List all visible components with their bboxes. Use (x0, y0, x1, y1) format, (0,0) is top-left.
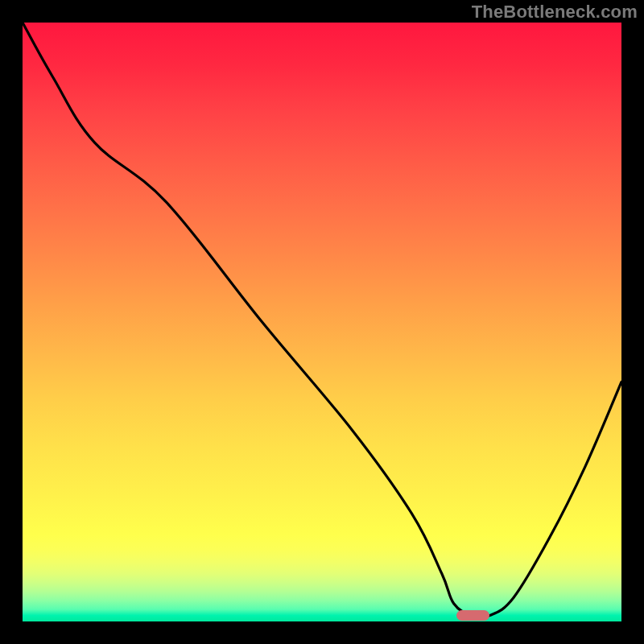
optimal-marker (456, 610, 489, 621)
bottleneck-curve (23, 23, 621, 621)
watermark-text: TheBottleneck.com (472, 2, 638, 23)
chart-frame: TheBottleneck.com (0, 0, 644, 644)
plot-area (23, 23, 621, 621)
